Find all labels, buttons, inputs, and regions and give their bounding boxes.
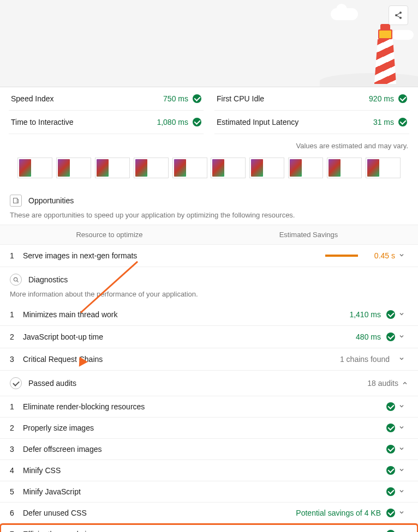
pass-icon <box>398 118 407 126</box>
diagnostics-title: Diagnostics <box>28 275 68 284</box>
chevron-down-icon[interactable] <box>395 487 408 496</box>
pass-icon <box>386 466 395 475</box>
diagnostic-row[interactable]: 1 Minimizes main thread work 1,410 ms <box>0 304 418 326</box>
chevron-down-icon[interactable] <box>395 310 408 319</box>
pass-icon <box>386 445 395 454</box>
chevron-down-icon[interactable] <box>395 332 408 341</box>
chevron-down-icon[interactable] <box>395 530 408 532</box>
audit-label: Defer offscreen images <box>23 445 386 454</box>
th-savings: Estimated Savings <box>209 231 408 239</box>
row-number: 2 <box>10 332 23 341</box>
passed-audit-row[interactable]: 1 Eliminate render-blocking resources <box>0 396 418 418</box>
passed-audit-row[interactable]: 5 Minify JavaScript <box>0 481 418 503</box>
pass-icon <box>193 118 201 126</box>
svg-rect-0 <box>14 198 17 203</box>
pass-icon <box>386 332 395 341</box>
chevron-down-icon[interactable] <box>395 251 408 260</box>
chevron-down-icon[interactable] <box>395 424 408 432</box>
metric-row: Estimated Input Latency 31 ms <box>214 111 409 134</box>
opportunities-title: Opportunities <box>28 196 74 205</box>
lighthouse-logo <box>369 24 402 87</box>
opportunity-row[interactable]: 1 Serve images in next-gen formats 0.45 … <box>0 245 418 267</box>
passed-title: Passed audits <box>28 379 76 388</box>
row-number: 5 <box>10 487 23 496</box>
diagnostics-desc: More information about the performance o… <box>0 290 418 304</box>
svg-line-2 <box>16 280 18 282</box>
filmstrip-thumb <box>134 158 169 178</box>
passed-audit-row[interactable]: 6 Defer unused CSS Potential savings of … <box>0 503 418 524</box>
row-number: 3 <box>10 445 23 454</box>
audit-label: Minify JavaScript <box>23 487 386 496</box>
row-number: 3 <box>10 355 23 364</box>
diagnostic-row[interactable]: 3 Critical Request Chains 1 chains found <box>0 348 418 371</box>
opportunity-label: Serve images in next-gen formats <box>23 251 292 260</box>
metric-value: 1,080 ms <box>157 118 201 126</box>
row-number: 1 <box>10 310 23 319</box>
metric-label: Time to Interactive <box>11 118 74 126</box>
opportunities-table-head: Resource to optimize Estimated Savings <box>0 225 418 245</box>
metric-label: Estimated Input Latency <box>217 118 298 126</box>
audit-label: Efficiently encode images <box>23 530 386 532</box>
audit-extra: Potential savings of 4 KB <box>296 509 381 517</box>
diagnostics-header: Diagnostics <box>0 267 418 290</box>
audit-label: Defer unused CSS <box>23 509 296 517</box>
metric-value: 750 ms <box>163 94 201 103</box>
pass-icon <box>386 509 395 517</box>
opportunities-icon <box>10 195 22 207</box>
audit-label: Eliminate render-blocking resources <box>23 402 386 411</box>
passed-audit-row[interactable]: 7 Efficiently encode images <box>0 524 418 532</box>
filmstrip-thumb <box>17 158 52 178</box>
diagnostic-row[interactable]: 2 JavaScript boot-up time 480 ms <box>0 326 418 348</box>
filmstrip-thumb <box>249 158 284 178</box>
share-button[interactable] <box>389 5 408 25</box>
passed-count: 18 audits <box>367 379 408 388</box>
audit-label: Minify CSS <box>23 466 386 475</box>
pass-icon <box>398 94 407 103</box>
metric-value: 920 ms <box>369 94 407 103</box>
diagnostic-value: 1,410 ms <box>349 310 381 319</box>
metric-label: First CPU Idle <box>217 94 264 103</box>
audit-label: Properly size images <box>23 424 386 432</box>
pass-icon <box>386 310 395 319</box>
row-number: 1 <box>10 402 23 411</box>
filmstrip-thumb <box>366 158 401 178</box>
passed-audits-header[interactable]: Passed audits 18 audits <box>0 371 418 396</box>
chevron-up-icon <box>402 380 408 386</box>
pass-icon <box>193 94 201 103</box>
row-number: 6 <box>10 509 23 517</box>
cloud-decoration <box>331 8 358 20</box>
opportunities-desc: These are opportunities to speed up your… <box>0 211 418 225</box>
row-number: 4 <box>10 466 23 475</box>
filmstrip-thumb <box>211 158 246 178</box>
passed-audit-row[interactable]: 2 Properly size images <box>0 418 418 439</box>
opportunities-header: Opportunities <box>0 188 418 211</box>
diagnostic-label: JavaScript boot-up time <box>23 332 356 341</box>
pass-icon <box>386 487 395 496</box>
filmstrip-thumb <box>172 158 207 178</box>
savings-bar <box>292 255 358 257</box>
row-number: 2 <box>10 424 23 432</box>
metric-row: Speed Index 750 ms <box>9 87 204 111</box>
filmstrip-thumb <box>288 158 323 178</box>
filmstrip-thumb <box>327 158 362 178</box>
filmstrip <box>0 155 418 188</box>
chevron-down-icon[interactable] <box>395 466 408 475</box>
passed-audit-row[interactable]: 4 Minify CSS <box>0 460 418 481</box>
chevron-down-icon[interactable] <box>395 445 408 454</box>
chevron-down-icon[interactable] <box>395 355 408 364</box>
report-header <box>0 0 418 87</box>
pass-icon <box>386 402 395 411</box>
th-resource: Resource to optimize <box>10 231 209 239</box>
diagnostic-note: 1 chains found <box>340 355 390 364</box>
diagnostics-icon <box>10 274 22 286</box>
diagnostic-label: Minimizes main thread work <box>23 310 349 319</box>
passed-audit-row[interactable]: 3 Defer offscreen images <box>0 439 418 460</box>
chevron-down-icon[interactable] <box>395 402 408 411</box>
chevron-down-icon[interactable] <box>395 509 408 517</box>
filmstrip-thumb <box>56 158 91 178</box>
check-icon <box>10 377 22 389</box>
diagnostic-label: Critical Request Chains <box>23 355 340 364</box>
share-icon <box>394 11 403 20</box>
estimate-note: Values are estimated and may vary. <box>0 134 418 155</box>
pass-icon <box>386 424 395 432</box>
